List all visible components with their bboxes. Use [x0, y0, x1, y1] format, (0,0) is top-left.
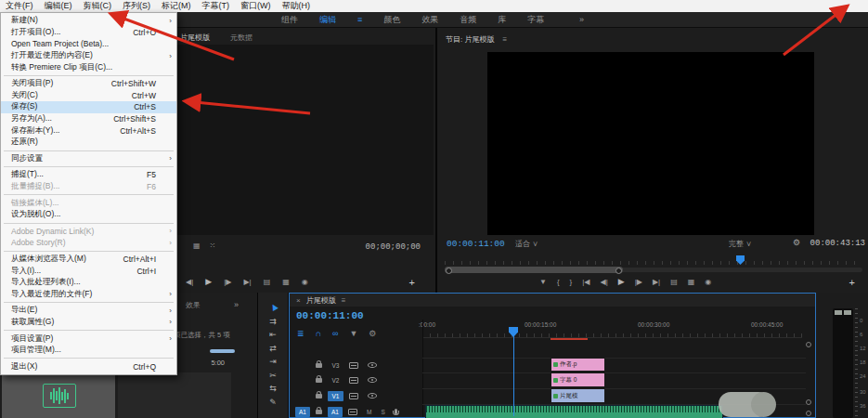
- menubar-item[interactable]: 标记(M): [156, 0, 197, 12]
- program-monitor-title[interactable]: 节目: 片尾模版: [446, 34, 494, 45]
- go-to-in-button[interactable]: |◀: [582, 278, 589, 286]
- menu-item[interactable]: [1, 221, 176, 226]
- menu-item[interactable]: Adobe Story(R) ›: [1, 237, 176, 249]
- menu-item[interactable]: [1, 328, 176, 333]
- scrollbar-handle[interactable]: [806, 411, 811, 416]
- menu-item[interactable]: 批量捕捉(B)... F6: [1, 181, 176, 193]
- menu-item[interactable]: 捕捉(T)... F5: [1, 169, 176, 181]
- ripple-edit-tool[interactable]: ⇤: [269, 330, 277, 339]
- menu-item[interactable]: 从媒体浏览器导入(M) Ctrl+Alt+I: [1, 254, 176, 266]
- lift-button[interactable]: ▤: [670, 278, 678, 286]
- menu-item[interactable]: 打开最近使用的内容(E) ›: [1, 50, 176, 62]
- tab-metadata[interactable]: 元数据: [230, 33, 253, 43]
- rolling-edit-tool[interactable]: ⇄: [269, 344, 277, 353]
- razor-tool[interactable]: ✂: [269, 371, 277, 380]
- play-button[interactable]: ▶: [205, 277, 212, 286]
- menu-item[interactable]: [1, 164, 176, 169]
- menu-item[interactable]: 链接媒体(L)...: [1, 197, 176, 209]
- menu-item[interactable]: 关闭(C) Ctrl+W: [1, 90, 176, 102]
- menu-item[interactable]: 导入最近使用的文件(F) ›: [1, 288, 176, 300]
- menu-item[interactable]: 保存副本(Y)... Ctrl+Alt+S: [1, 124, 176, 137]
- extract-button[interactable]: ▦: [688, 278, 695, 286]
- timeline-clip[interactable]: 字幕 0: [551, 372, 605, 387]
- menu-item[interactable]: [1, 192, 176, 197]
- selection-tool[interactable]: ►: [266, 301, 279, 314]
- workspace-tab[interactable]: 库: [498, 14, 506, 26]
- source-timecode[interactable]: 00;00;00;00: [366, 242, 421, 252]
- menubar-item[interactable]: 剪辑(C): [78, 0, 118, 12]
- menubar-item[interactable]: 窗口(W): [235, 0, 277, 12]
- menu-item[interactable]: [1, 249, 176, 254]
- program-zoom-scrollbar[interactable]: [445, 267, 623, 273]
- source-settings-icon[interactable]: ▦: [193, 242, 201, 250]
- tab-effects[interactable]: 效果: [186, 300, 201, 310]
- pen-tool[interactable]: ✎: [269, 398, 277, 407]
- scrollbar-handle[interactable]: [806, 399, 811, 405]
- go-to-out-button[interactable]: ▶|: [243, 278, 251, 286]
- menu-item[interactable]: 打开项目(O)... Ctrl+O: [1, 27, 176, 39]
- workspace-tab[interactable]: 编辑: [319, 14, 336, 26]
- menu-item[interactable]: 项目管理(M)...: [1, 345, 176, 357]
- menu-item[interactable]: 还原(R): [1, 137, 176, 149]
- audio-clip-waveform[interactable]: [425, 405, 723, 418]
- menu-item[interactable]: 导入(I)... Ctrl+I: [1, 265, 176, 277]
- menubar-item[interactable]: 文件(F): [0, 0, 39, 12]
- menubar-item[interactable]: 字幕(T): [197, 0, 236, 12]
- menubar-item[interactable]: 序列(S): [117, 0, 156, 12]
- workspace-tab[interactable]: 音频: [460, 14, 476, 26]
- menubar-item[interactable]: 编辑(E): [39, 0, 78, 12]
- menu-item[interactable]: 新建(N) ›: [1, 15, 176, 27]
- play-button[interactable]: ▶: [618, 277, 625, 286]
- button-editor-add-icon[interactable]: +: [849, 277, 855, 288]
- track-select-forward-tool[interactable]: ⇉: [269, 317, 277, 326]
- add-marker-button[interactable]: ▼: [539, 278, 547, 286]
- menu-item[interactable]: 设为脱机(O)...: [1, 209, 176, 221]
- workspace-tab[interactable]: ≡: [357, 15, 362, 24]
- timeline-playhead-line[interactable]: [513, 331, 514, 416]
- timeline-clip[interactable]: 作者.p: [551, 358, 605, 372]
- export-frame-button[interactable]: ◉: [302, 278, 308, 286]
- program-current-timecode[interactable]: 00:00:11:00: [447, 239, 505, 249]
- drag-video-audio-icon[interactable]: ⁙: [210, 242, 216, 250]
- workspace-tab[interactable]: 字幕: [527, 14, 544, 26]
- button-editor-add-icon[interactable]: +: [409, 277, 415, 288]
- menu-item[interactable]: 同步设置 ›: [1, 153, 176, 165]
- scrollbar-handle[interactable]: [806, 342, 811, 347]
- project-item-thumbnail-title[interactable]: [118, 372, 231, 418]
- mark-out-button[interactable]: }: [570, 278, 573, 286]
- menu-item[interactable]: 导入批处理列表(I)...: [1, 277, 176, 289]
- zoom-level-select[interactable]: 适合 ∨: [515, 239, 538, 249]
- go-to-out-button[interactable]: ▶|: [653, 278, 660, 286]
- step-back-button[interactable]: ◀|: [186, 278, 193, 286]
- menu-item[interactable]: 退出(X) Ctrl+Q: [1, 360, 176, 372]
- overflow-chevron-icon[interactable]: »: [234, 300, 239, 309]
- menu-item[interactable]: [1, 73, 176, 78]
- menu-item[interactable]: Adobe Dynamic Link(K) ›: [1, 226, 176, 238]
- playback-quality-select[interactable]: 完整 ∨: [729, 239, 752, 249]
- step-forward-button[interactable]: |▶: [224, 278, 231, 286]
- export-frame-button[interactable]: ◉: [705, 278, 711, 286]
- step-forward-button[interactable]: |▶: [635, 278, 642, 286]
- menu-item[interactable]: 项目设置(P) ›: [1, 333, 176, 345]
- menubar-item[interactable]: 帮助(H): [277, 0, 317, 12]
- menu-item[interactable]: 转换 Premiere Clip 项目(C)...: [1, 61, 176, 73]
- workspace-tab[interactable]: 组件: [281, 14, 298, 26]
- overwrite-button[interactable]: ▦: [282, 278, 290, 286]
- panel-menu-icon[interactable]: ≡: [502, 35, 507, 44]
- project-item-thumbnail-audio[interactable]: [2, 372, 115, 418]
- menu-item[interactable]: 导出(E) ›: [1, 305, 176, 317]
- tab-source-clip[interactable]: 片尾模版: [180, 33, 210, 43]
- menu-item[interactable]: [1, 356, 176, 360]
- menu-item[interactable]: 另存为(A)... Ctrl+Shift+S: [1, 113, 176, 125]
- mark-in-button[interactable]: {: [557, 278, 560, 286]
- menu-item[interactable]: 获取属性(G) ›: [1, 317, 176, 329]
- settings-wrench-icon[interactable]: ⚙: [793, 238, 800, 247]
- program-mini-timeline[interactable]: [445, 257, 862, 265]
- workspace-tab[interactable]: 效果: [421, 14, 438, 26]
- overflow-chevron-icon[interactable]: »: [579, 15, 584, 24]
- rate-stretch-tool[interactable]: ⇥: [269, 357, 277, 366]
- menu-item[interactable]: 保存(S) Ctrl+S: [1, 101, 176, 113]
- menu-item[interactable]: 关闭项目(P) Ctrl+Shift+W: [1, 78, 176, 90]
- menu-item[interactable]: [1, 149, 176, 153]
- menu-item[interactable]: [1, 300, 176, 305]
